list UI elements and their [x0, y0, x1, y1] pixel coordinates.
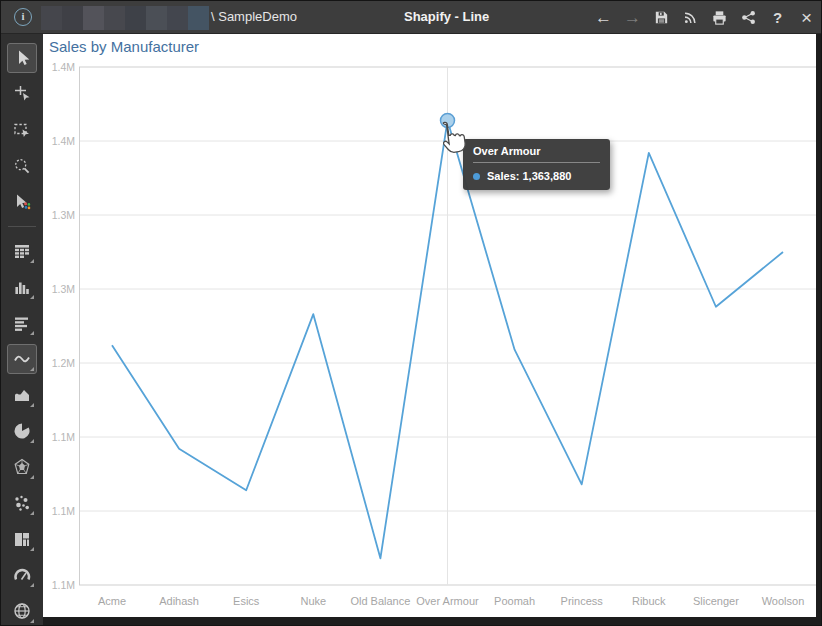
y-axis-label: 1.1M: [43, 430, 75, 444]
series-dot-icon: [473, 173, 480, 180]
pie-chart-tool[interactable]: [7, 416, 37, 446]
y-axis-label: 1.1M: [43, 504, 75, 518]
line-chart-tool[interactable]: [7, 344, 37, 374]
forward-icon[interactable]: →: [623, 8, 642, 27]
radar-chart-tool[interactable]: [7, 452, 37, 482]
back-icon[interactable]: ←: [594, 8, 613, 27]
app-window: i \ SampleDemo Shapify - Line ← → ?: [0, 0, 822, 626]
highlighted-data-point[interactable]: [441, 113, 455, 127]
close-icon[interactable]: ×: [797, 8, 816, 27]
top-bar: i \ SampleDemo Shapify - Line ← → ?: [1, 1, 822, 34]
page-title: Shapify - Line: [404, 9, 489, 24]
horizontal-bar-chart-tool[interactable]: [7, 308, 37, 338]
table-tool[interactable]: [7, 236, 37, 266]
rss-icon[interactable]: [681, 8, 700, 27]
rectangle-select-tool[interactable]: [7, 115, 37, 145]
y-axis-label: 1.3M: [43, 208, 75, 222]
bar-chart-tool[interactable]: [7, 272, 37, 302]
treemap-tool[interactable]: [7, 524, 37, 554]
zoom-region-tool[interactable]: [7, 151, 37, 181]
area-chart-tool[interactable]: [7, 380, 37, 410]
y-axis-label: 1.1M: [43, 578, 75, 592]
tooltip: Over Armour Sales: 1,363,880: [463, 139, 610, 190]
revisualize-tool[interactable]: [7, 187, 37, 217]
plot-svg[interactable]: [79, 67, 816, 585]
help-icon[interactable]: ?: [768, 8, 787, 27]
chart-title: Sales by Manufacturer: [49, 38, 199, 55]
y-axis-label: 1.3M: [43, 282, 75, 296]
save-icon[interactable]: [652, 8, 671, 27]
x-axis-label: Woolson: [743, 595, 822, 607]
tool-sidebar: [1, 34, 43, 626]
tooltip-title: Over Armour: [473, 145, 600, 163]
share-icon[interactable]: [739, 8, 758, 27]
map-tool[interactable]: [7, 596, 37, 626]
tooltip-value: Sales: 1,363,880: [487, 170, 571, 182]
y-axis-label: 1.4M: [43, 60, 75, 74]
redacted-project-name: [41, 6, 209, 30]
y-axis-label: 1.2M: [43, 356, 75, 370]
window-frame-bottom: [43, 617, 816, 626]
pan-tool[interactable]: [7, 79, 37, 109]
y-axis-label: 1.4M: [43, 134, 75, 148]
chart-canvas: Sales by Manufacturer 1.4M1.4M1.3M1.3M1.…: [43, 34, 816, 617]
print-icon[interactable]: [710, 8, 729, 27]
info-icon[interactable]: i: [14, 8, 32, 26]
gauge-tool[interactable]: [7, 560, 37, 590]
scatter-chart-tool[interactable]: [7, 488, 37, 518]
breadcrumb: \ SampleDemo: [211, 9, 297, 24]
window-frame-right: [816, 34, 822, 626]
plot-wrap: [79, 67, 816, 585]
pointer-tool[interactable]: [7, 43, 37, 73]
sidebar-divider: [8, 226, 36, 227]
